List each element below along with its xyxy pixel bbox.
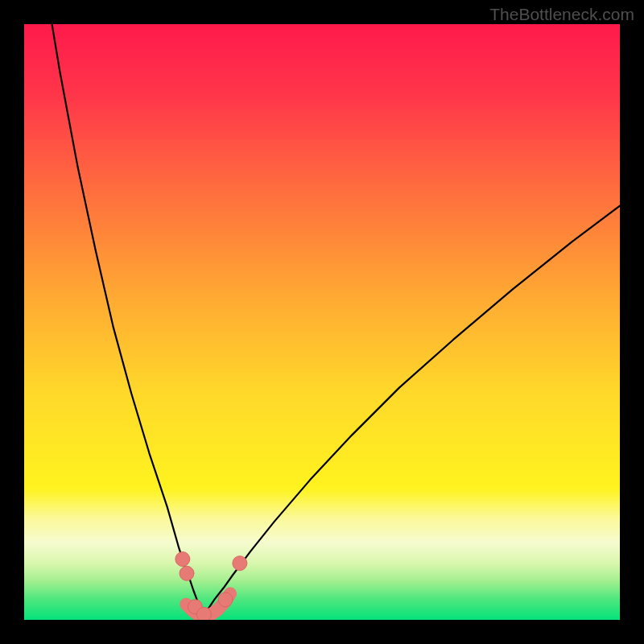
bottleneck-curve [24,24,620,620]
plot-area [24,24,620,620]
watermark-text: TheBottleneck.com [489,5,634,24]
chart-frame: TheBottleneck.com [0,0,644,644]
